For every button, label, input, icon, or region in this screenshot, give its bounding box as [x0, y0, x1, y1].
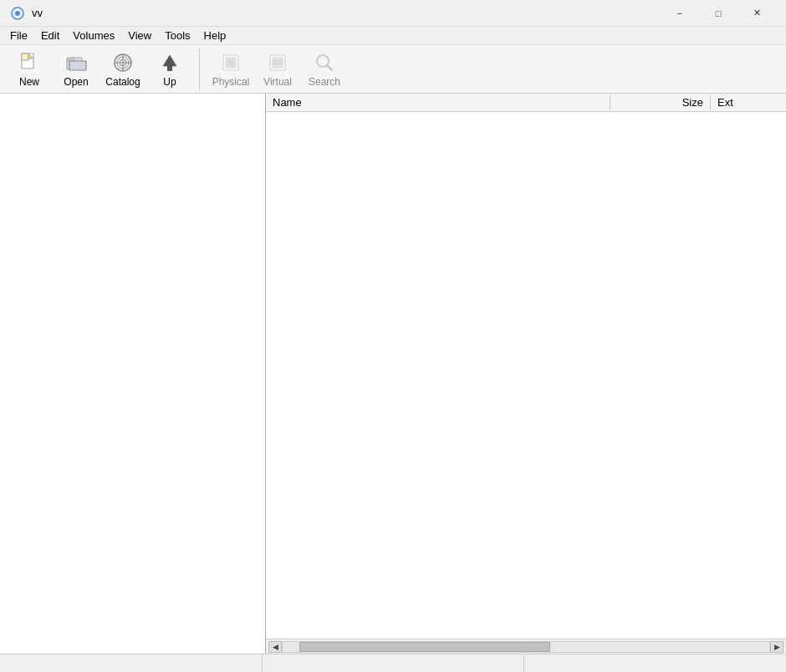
up-icon — [156, 51, 183, 74]
up-button[interactable]: Up — [147, 49, 192, 89]
column-ext[interactable]: Ext — [711, 94, 786, 110]
svg-line-22 — [328, 65, 333, 70]
search-button[interactable]: Search — [302, 49, 347, 89]
new-icon — [16, 51, 43, 74]
toolbar: New Open — [0, 45, 786, 94]
physical-button[interactable]: Physical — [208, 49, 253, 89]
physical-icon — [217, 51, 244, 74]
svg-marker-12 — [163, 55, 176, 66]
window-title: vv — [32, 7, 661, 19]
up-label: Up — [163, 76, 176, 88]
menu-bar: File Edit Volumes View Tools Help — [0, 27, 786, 45]
svg-rect-16 — [227, 59, 234, 66]
status-segment-3 — [524, 654, 786, 672]
virtual-label: Virtual — [263, 76, 292, 88]
scroll-left-button[interactable]: ◀ — [268, 641, 282, 653]
physical-label: Physical — [212, 76, 250, 88]
window-controls: − □ ✕ — [661, 0, 776, 27]
svg-rect-6 — [69, 61, 86, 70]
virtual-icon — [264, 51, 291, 74]
minimize-button[interactable]: − — [661, 0, 699, 27]
scrollbar-track[interactable] — [282, 641, 770, 653]
catalog-button[interactable]: Catalog — [100, 49, 145, 89]
catalog-label: Catalog — [105, 76, 140, 88]
left-panel[interactable] — [0, 94, 266, 654]
svg-point-1 — [15, 11, 20, 16]
open-label: Open — [64, 76, 88, 88]
maximize-button[interactable]: □ — [699, 0, 738, 27]
right-panel: Name Size Ext ◀ ▶ — [266, 94, 786, 654]
scrollbar-thumb[interactable] — [299, 642, 550, 652]
toolbar-group-2: Physical Virtual Search — [208, 48, 354, 90]
status-segment-2 — [263, 654, 525, 672]
file-list-header: Name Size Ext — [266, 94, 786, 112]
search-label: Search — [309, 76, 340, 88]
new-button[interactable]: New — [7, 49, 52, 89]
menu-view[interactable]: View — [121, 28, 158, 43]
toolbar-group-1: New Open — [7, 48, 200, 90]
menu-volumes[interactable]: Volumes — [66, 28, 121, 43]
file-list-body[interactable] — [266, 112, 786, 639]
column-name[interactable]: Name — [266, 94, 610, 110]
close-button[interactable]: ✕ — [738, 0, 776, 27]
menu-tools[interactable]: Tools — [158, 28, 196, 43]
search-icon — [311, 51, 338, 74]
h-scrollbar[interactable]: ◀ ▶ — [266, 639, 786, 654]
svg-rect-3 — [22, 53, 28, 60]
catalog-icon — [110, 51, 136, 74]
app-icon — [10, 6, 25, 21]
virtual-button[interactable]: Virtual — [255, 49, 300, 89]
open-button[interactable]: Open — [54, 49, 99, 89]
svg-rect-18 — [273, 58, 283, 68]
menu-file[interactable]: File — [3, 28, 34, 43]
scroll-right-button[interactable]: ▶ — [770, 641, 783, 653]
column-size[interactable]: Size — [610, 94, 711, 110]
open-icon — [63, 51, 89, 74]
menu-help[interactable]: Help — [197, 28, 233, 43]
title-bar: vv − □ ✕ — [0, 0, 786, 27]
svg-rect-13 — [167, 66, 172, 71]
main-content: Name Size Ext ◀ ▶ — [0, 94, 786, 654]
menu-edit[interactable]: Edit — [34, 28, 66, 43]
status-bar — [0, 654, 786, 672]
status-segment-1 — [0, 654, 263, 672]
new-label: New — [19, 76, 39, 88]
